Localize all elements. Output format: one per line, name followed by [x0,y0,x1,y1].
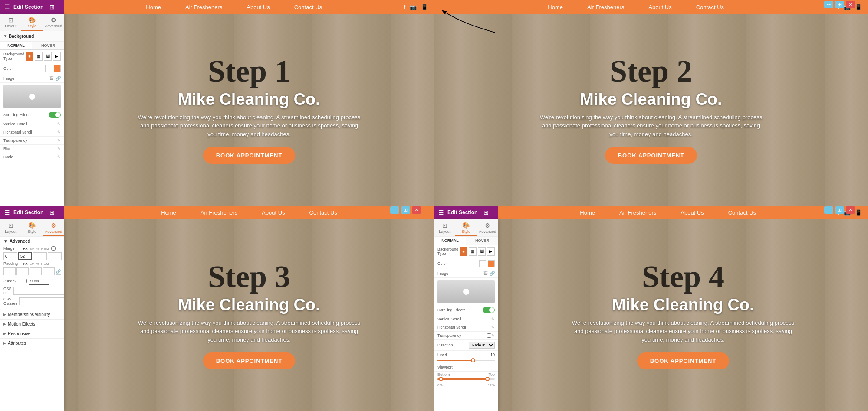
normal-tab[interactable]: NORMAL [0,42,32,49]
tab-layout-q4[interactable]: ⊡ Layout [434,219,455,236]
tab-style-q4[interactable]: 🎨 Style [455,219,477,236]
nav-about-q1[interactable]: About Us [234,4,282,10]
nav-contact-q4[interactable]: Contact Us [716,209,768,216]
book-btn-q3[interactable]: BOOK APPOINTMENT [203,352,296,369]
memberships-collapse[interactable]: ▶ Memberships visibility [0,310,64,319]
hover-tab[interactable]: HOVER [32,42,64,49]
vertical-scroll-edit[interactable]: ✎ [57,122,61,126]
color-picker-area[interactable] [3,85,61,108]
pad-unit-rem[interactable]: REM [41,262,49,266]
margin-bottom-input[interactable] [33,252,47,260]
viewport-right-thumb[interactable] [485,377,490,381]
nav-air-q4[interactable]: Air Fresheners [607,209,668,216]
book-btn-q2[interactable]: BOOK APPOINTMENT [605,147,697,164]
horizontal-edit-q4[interactable]: ✎ [491,325,495,329]
margin-left-input[interactable] [48,252,62,260]
pad-unit-em[interactable]: EM [29,262,35,266]
color-swatch-orange-q4[interactable] [488,260,495,267]
blur-edit[interactable]: ✎ [57,147,61,151]
color-picker-area-q4[interactable] [437,280,495,303]
level-slider-thumb[interactable] [471,358,475,362]
bg-btn-image-q4[interactable]: 🖼 [478,247,486,256]
duplicate-btn-q2[interactable]: ⊞ [835,1,844,8]
padding-left-input[interactable] [43,267,55,275]
pad-unit-px[interactable]: PX [23,262,28,266]
close-btn-q2[interactable]: ✕ [846,1,855,8]
scrolling-effects-toggle[interactable] [49,112,61,118]
css-classes-input[interactable] [19,297,64,305]
book-btn-q1[interactable]: BOOK APPOINTMENT [203,147,296,164]
nav-home-q2[interactable]: Home [536,4,575,10]
duplicate-btn-q3[interactable]: ⊞ [401,206,410,214]
vertical-edit-q4[interactable]: ✎ [491,317,495,321]
nav-air-q3[interactable]: Air Fresheners [188,209,250,216]
bg-btn-gradient[interactable]: ▦ [35,52,43,61]
motion-effects-collapse[interactable]: ▶ Motion Effects [0,319,64,329]
nav-about-q4[interactable]: About Us [668,209,716,216]
close-btn-q4[interactable]: ✕ [846,206,855,214]
direction-select-q4[interactable]: Fade In [469,342,495,349]
nav-contact-q3[interactable]: Contact Us [297,209,349,216]
transparency-row-q4: Transparency ✎ [434,332,498,340]
css-classes-row: CSS Classes 🗑 [3,297,61,306]
close-btn-q3[interactable]: ✕ [412,206,421,214]
color-swatch-white[interactable] [45,65,52,72]
horizontal-scroll-edit[interactable]: ✎ [57,130,61,134]
tab-advanced-q3[interactable]: ⚙ Advanced [43,219,64,236]
tab-advanced-q1[interactable]: ⚙ Advanced [43,14,64,31]
scrolling-toggle-q4[interactable] [483,307,495,313]
tab-layout-q1[interactable]: ⊡ Layout [0,14,21,31]
nav-home-q4[interactable]: Home [568,209,607,216]
bg-btn-video-q4[interactable]: ▶ [487,247,495,256]
zindex-input[interactable] [29,277,49,285]
nav-air-q1[interactable]: Air Fresheners [173,4,234,10]
transparency-checkbox-q4[interactable] [487,333,491,338]
attributes-collapse[interactable]: ▶ Attributes [0,338,64,348]
tab-advanced-q4[interactable]: ⚙ Advanced [477,219,498,236]
move-btn-q4[interactable]: ⊹ [824,206,833,214]
color-swatch-white-q4[interactable] [479,260,486,267]
move-btn-q3[interactable]: ⊹ [390,206,399,214]
nav-contact-q1[interactable]: Contact Us [282,4,334,10]
pad-unit-percent[interactable]: % [36,262,40,266]
unit-em[interactable]: EM [29,247,35,251]
book-btn-q4[interactable]: BOOK APPOINTMENT [637,352,730,369]
move-btn-q2[interactable]: ⊹ [824,1,833,8]
normal-tab-q4[interactable]: NORMAL [434,237,466,245]
zindex-checkbox[interactable] [23,279,27,283]
fb-icon-q1: f [404,4,405,10]
bg-btn-video[interactable]: ▶ [53,52,61,61]
margin-link-checkbox[interactable] [51,246,56,251]
padding-bottom-input[interactable] [30,267,42,275]
bg-btn-gradient-q4[interactable]: ▦ [469,247,477,256]
nav-home-q1[interactable]: Home [134,4,173,10]
color-swatch-orange[interactable] [54,65,61,72]
padding-right-input[interactable] [16,267,29,275]
transparency-edit-q4[interactable]: ✎ [491,333,495,338]
nav-contact-q2[interactable]: Contact Us [684,4,736,10]
css-id-input[interactable] [13,287,64,295]
unit-rem[interactable]: REM [41,247,49,251]
bg-btn-color-q4[interactable]: ■ [460,247,467,256]
hover-tab-q4[interactable]: HOVER [466,237,498,245]
nav-about-q2[interactable]: About Us [636,4,684,10]
scale-edit[interactable]: ✎ [57,155,61,159]
bg-btn-color[interactable]: ■ [26,52,33,61]
unit-percent[interactable]: % [36,247,40,251]
tab-style-q1[interactable]: 🎨 Style [21,14,43,31]
unit-px[interactable]: PX [23,247,28,251]
padding-link-icon[interactable]: 🔗 [56,268,61,275]
transparency-edit[interactable]: ✎ [57,138,61,143]
nav-home-q3[interactable]: Home [149,209,188,216]
padding-top-input[interactable] [3,267,16,275]
tab-layout-q3[interactable]: ⊡ Layout [0,219,21,236]
viewport-left-thumb[interactable] [439,377,443,381]
nav-air-q2[interactable]: Air Fresheners [575,4,636,10]
bg-btn-image[interactable]: 🖼 [44,52,52,61]
margin-right-input[interactable] [18,252,32,260]
tab-style-q3[interactable]: 🎨 Style [21,219,43,236]
margin-top-input[interactable] [3,252,17,260]
responsive-collapse[interactable]: ▶ Responsive [0,329,64,338]
duplicate-btn-q4[interactable]: ⊞ [835,206,844,214]
nav-about-q3[interactable]: About Us [250,209,297,216]
